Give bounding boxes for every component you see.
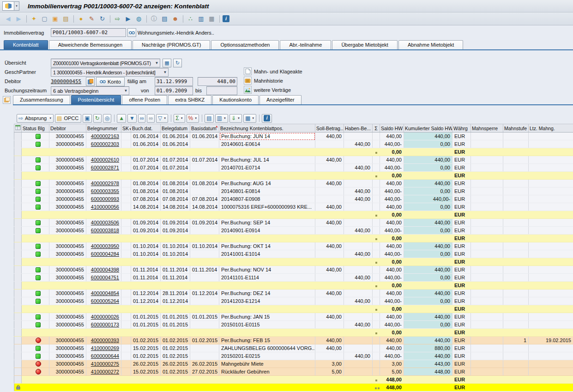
views-icon[interactable]: ▥▼ xyxy=(215,114,228,123)
cell-sel[interactable] xyxy=(14,164,22,172)
paste-document-icon[interactable]: ▤ xyxy=(61,15,70,23)
cell-bel[interactable]: 4000003950 xyxy=(86,242,121,250)
filter-icon[interactable]: ▽▼ xyxy=(156,114,168,123)
titlebar-caret-icon[interactable]: ▼ xyxy=(14,1,19,11)
column-header-bd[interactable]: Buch.dat. xyxy=(131,124,161,133)
org-chart-icon[interactable]: ∴ xyxy=(186,15,195,23)
column-header-ltz[interactable]: Ltz. Mahng. xyxy=(529,124,573,133)
weitere-vertraege-button[interactable]: weitere Verträge xyxy=(244,86,291,94)
tab-nachtr-ge-promos-gt-[interactable]: Nachträge (PROMOS.GT) xyxy=(133,40,210,49)
cell-bel[interactable]: 4000000026 xyxy=(86,313,121,321)
cell-bel[interactable] xyxy=(86,148,121,156)
table-view-icon[interactable]: ▦ xyxy=(207,15,216,23)
sap-menu-icon[interactable] xyxy=(2,1,14,11)
copy-documents-icon[interactable]: ▣ xyxy=(51,15,60,23)
cell-sel[interactable] xyxy=(14,337,22,344)
subtab-anzeigefilter[interactable]: Anzeigefilter xyxy=(259,95,302,104)
kontoblatt-icon[interactable]: ▦ xyxy=(163,59,171,67)
cell-sel[interactable] xyxy=(14,242,22,250)
column-header-sk[interactable]: SK▼ xyxy=(121,124,131,133)
tab--bergabe-mietobjekt[interactable]: Übergabe Mietobjekt xyxy=(332,40,398,49)
subtab-extra-shbkz[interactable]: extra SHBKZ xyxy=(168,95,211,104)
cell-bel[interactable] xyxy=(86,235,121,242)
cell-bel[interactable]: 4100000275 xyxy=(86,360,121,368)
cell-sel[interactable] xyxy=(14,148,22,156)
cell-bel[interactable] xyxy=(86,211,121,219)
back-icon[interactable]: ◀ xyxy=(4,15,12,23)
sort-asc-icon[interactable]: ▲ xyxy=(117,114,126,123)
cell-bel[interactable] xyxy=(86,384,121,392)
cell-sel[interactable] xyxy=(14,344,22,352)
cell-bel[interactable]: 4000000393 xyxy=(86,337,121,344)
cell-bel[interactable]: 4000004854 xyxy=(86,289,121,297)
column-header-msp[interactable]: Mahnsperre xyxy=(471,124,503,133)
subtab-posten-bersicht[interactable]: Postenübersicht xyxy=(71,95,121,104)
debitor-detail-icon[interactable] xyxy=(86,77,95,86)
faellig-am-input[interactable]: 31.12.9999 xyxy=(155,77,193,86)
opcc-button[interactable]: ▤OPCC xyxy=(55,114,81,123)
cell-bel[interactable] xyxy=(86,305,121,313)
betrag-input[interactable]: 448,00 xyxy=(198,77,237,86)
cell-sel[interactable] xyxy=(14,133,22,140)
tab-optionssatzmethoden[interactable]: Optionssatzmethoden xyxy=(211,40,279,49)
cell-bel[interactable]: 4000002163 xyxy=(86,133,121,140)
cell-sel[interactable] xyxy=(14,266,22,274)
cell-bel[interactable]: 6000005264 xyxy=(86,297,121,305)
cell-sel[interactable] xyxy=(14,289,22,297)
column-header-bsd[interactable]: Basisdatum▲ xyxy=(190,124,219,133)
column-header-soll[interactable]: Soll-Betrag... xyxy=(315,124,344,133)
edit-pencil-icon[interactable]: ✎ xyxy=(87,15,96,23)
display-glasses-icon[interactable] xyxy=(127,28,136,37)
tab-abweichende-bemessungen[interactable]: Abweichende Bemessungen xyxy=(49,40,132,49)
column-header-saldo[interactable]: Saldo HW xyxy=(380,124,404,133)
hierarchy-toggle-icon[interactable] xyxy=(3,96,11,104)
buchungszeitraum-select[interactable]: 6 ab Vertragsbeginn▼ xyxy=(51,86,129,95)
cell-bel[interactable]: 6000003355 xyxy=(86,187,121,195)
statistics-icon[interactable]: ▥ xyxy=(197,15,205,23)
cell-sel[interactable] xyxy=(14,180,22,187)
cell-bel[interactable]: 4000002610 xyxy=(86,156,121,164)
cell-sel[interactable] xyxy=(14,368,22,376)
refresh-icon[interactable]: ↻ xyxy=(93,114,102,123)
services-icon[interactable]: ◍ xyxy=(134,15,143,23)
cell-bel[interactable]: 6000002871 xyxy=(86,164,121,172)
cell-sel[interactable] xyxy=(14,376,22,384)
forward-icon[interactable]: ▶ xyxy=(14,15,23,23)
sort-desc-icon[interactable]: ▼ xyxy=(127,114,137,123)
cell-sel[interactable] xyxy=(14,384,22,392)
tab-abnahme-mietobjekt[interactable]: Abnahme Mietobjekt xyxy=(398,40,463,49)
cell-bel[interactable] xyxy=(86,282,121,289)
shortcut-keys-icon[interactable]: ✦ xyxy=(30,15,38,23)
konto-button[interactable]: Konto xyxy=(96,77,125,86)
cell-bel[interactable]: 6000003818 xyxy=(86,227,121,235)
cell-bel[interactable] xyxy=(86,258,121,266)
print-icon[interactable]: ▤ xyxy=(160,15,169,23)
cell-sel[interactable] xyxy=(14,235,22,242)
bis-input[interactable] xyxy=(206,86,237,95)
mahnhistorie-button[interactable]: Mahnhistorie xyxy=(244,77,283,84)
column-header-mst[interactable]: Mahnstufe xyxy=(503,124,529,133)
find-icon[interactable]: ∞ xyxy=(138,114,146,123)
cell-bel[interactable]: 6000000173 xyxy=(86,321,121,329)
cell-sel[interactable] xyxy=(14,274,22,282)
von-input[interactable]: 01.09.2009 xyxy=(155,86,193,95)
uebersicht-select[interactable]: Z000001000 Vertragskontenblatt (PROMOS.G… xyxy=(51,59,160,67)
new-session-icon[interactable]: ▢ xyxy=(40,15,49,23)
cell-sel[interactable] xyxy=(14,250,22,258)
cell-bel[interactable]: 4100000269 xyxy=(86,344,121,352)
sum-icon[interactable]: Σ▼ xyxy=(174,114,185,123)
cell-bel[interactable]: 6000002303 xyxy=(86,140,121,148)
cell-bel[interactable]: 6000004284 xyxy=(86,250,121,258)
info-circle-icon[interactable]: ⓘ xyxy=(150,15,158,23)
refresh-icon[interactable]: ↻ xyxy=(98,15,107,23)
cell-sel[interactable] xyxy=(14,297,22,305)
cell-sel[interactable] xyxy=(14,211,22,219)
cell-bel[interactable]: 4000004398 xyxy=(86,266,121,274)
geschpartner-select[interactable]: 1 3000000455 - Hendrik Anderson - [unbes… xyxy=(51,68,169,77)
layout-icon[interactable]: ▦▼ xyxy=(243,114,256,123)
cell-sel[interactable] xyxy=(14,360,22,368)
column-header-deb[interactable]: Debitor xyxy=(49,124,86,133)
cell-bel[interactable]: 6000000644 xyxy=(86,352,121,360)
info-icon[interactable]: i xyxy=(223,15,229,22)
debitor-link[interactable]: 3000000455 xyxy=(51,78,81,84)
